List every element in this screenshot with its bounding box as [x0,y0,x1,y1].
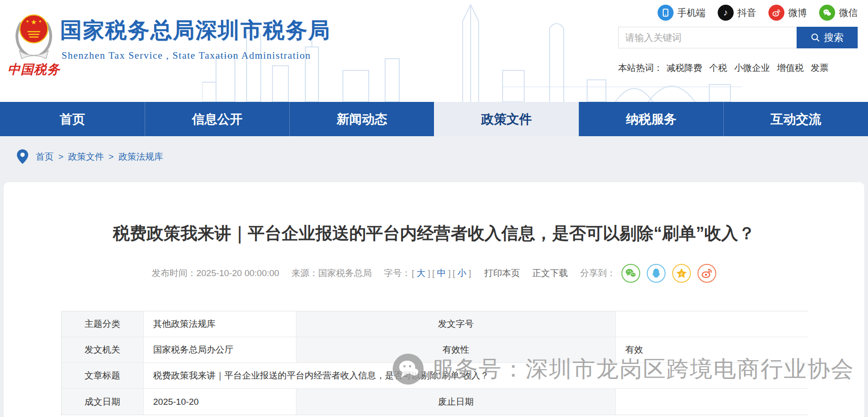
search-button[interactable]: 搜索 [797,27,858,48]
publish-time-value: 2025-10-20 00:00:00 [196,268,279,278]
bracket: [ [411,268,414,278]
bracket: ] [428,268,430,278]
share-icons: Z [621,264,716,283]
hot-word-link[interactable]: 发票 [811,62,829,74]
search-input[interactable] [618,27,797,48]
table-label-repeal-date: 废止日期 [296,389,616,415]
fontsize-medium-button[interactable]: 中 [437,267,446,279]
svg-text:Z: Z [681,272,683,276]
social-label: 手机端 [677,7,705,19]
nav-item-tax-services[interactable]: 纳税服务 [579,102,723,136]
table-label-written-date: 成文日期 [62,389,144,415]
weibo-link[interactable]: 微博 [768,5,807,21]
download-text-button[interactable]: 正文下载 [532,267,568,279]
svg-text:★: ★ [39,19,42,23]
table-value-repeal-date [616,389,808,415]
article-card: 税费政策我来讲｜平台企业报送的平台内经营者收入信息，是否可以剔除“刷单”收入？ … [4,182,864,417]
site-title: 国家税务总局深圳市税务局 [60,16,331,45]
table-label-document-number: 发文字号 [296,311,616,337]
share-wechat-icon[interactable] [621,264,640,283]
hot-word-link[interactable]: 减税降费 [666,62,702,74]
breadcrumb-bar: 首页 > 政策文件 > 政策法规库 [0,136,868,182]
table-label-topic-category: 主题分类 [62,311,144,337]
weibo-icon [768,5,784,21]
breadcrumb-policy-documents[interactable]: 政策文件 [68,151,104,163]
hot-words-label: 本站热词： [618,62,663,74]
site-search: 搜索 [618,27,858,48]
table-label-article-title: 文章标题 [62,363,144,389]
table-value-written-date: 2025-10-20 [144,389,296,415]
table-value-validity: 有效 [616,337,808,363]
nav-item-news[interactable]: 新闻动态 [289,102,434,136]
nav-item-home[interactable]: 首页 [0,102,145,136]
logo-caption: 中国税务 [5,61,63,78]
wechat-icon [819,5,835,21]
hot-word-link[interactable]: 小微企业 [734,62,770,74]
table-label-issuing-agency: 发文机关 [62,337,144,363]
fontsize-large-button[interactable]: 大 [417,267,426,279]
share-qq-icon[interactable] [647,264,666,283]
social-links-row: 手机端 ♪ 抖音 微博 微信 [658,5,858,21]
share-qzone-icon[interactable]: Z [672,264,691,283]
tax-emblem-logo: ★ ★ ★ [11,10,56,61]
main-nav: 首页 信息公开 新闻动态 政策文件 纳税服务 互动交流 [0,102,868,136]
source-label: 来源： [291,267,318,279]
article-title: 税费政策我来讲｜平台企业报送的平台内经营者收入信息，是否可以剔除“刷单”收入？ [46,223,822,244]
social-label: 微信 [839,7,858,19]
search-icon [811,33,820,42]
publish-time-label: 发布时间： [152,267,196,279]
social-label: 微博 [788,7,807,19]
source-value: 国家税务总局 [318,267,372,279]
nav-item-interaction[interactable]: 互动交流 [723,102,868,136]
bracket: [ [432,268,434,278]
site-subtitle: Shenzhen Tax Service , State Taxation Ad… [62,50,311,62]
bracket: [ [453,268,455,278]
breadcrumb-separator: > [108,152,114,162]
breadcrumb-separator: > [58,152,63,162]
article-meta-row: 发布时间： 2025-10-20 00:00:00 来源： 国家税务总局 字号：… [4,264,864,283]
bracket: ] [469,268,471,278]
svg-text:★: ★ [31,18,37,26]
table-value-document-number [616,311,808,337]
table-value-issuing-agency: 国家税务总局办公厅 [144,337,296,363]
douyin-icon: ♪ [718,5,734,21]
table-value-topic-category: 其他政策法规库 [144,311,296,337]
breadcrumb: 首页 > 政策文件 > 政策法规库 [17,149,163,164]
search-button-label: 搜索 [824,31,844,44]
hot-word-link[interactable]: 增值税 [777,62,804,74]
mobile-icon [658,5,674,21]
breadcrumb-home[interactable]: 首页 [36,151,54,163]
nav-item-info-disclosure[interactable]: 信息公开 [145,102,289,136]
bracket: ] [448,268,450,278]
svg-text:★: ★ [26,19,29,23]
hot-words-row: 本站热词： 减税降费 个税 小微企业 增值税 发票 [618,62,862,74]
nav-item-policy-documents[interactable]: 政策文件 [434,102,579,136]
douyin-link[interactable]: ♪ 抖音 [718,5,756,21]
mobile-site-link[interactable]: 手机端 [658,5,705,21]
hot-word-link[interactable]: 个税 [709,62,727,74]
fontsize-small-button[interactable]: 小 [457,267,466,279]
share-to-label: 分享到： [580,267,616,279]
article-info-table: 主题分类 其他政策法规库 发文字号 发文机关 国家税务总局办公厅 有效性 有效 … [61,311,808,415]
location-pin-icon [17,149,28,164]
table-label-validity: 有效性 [296,337,616,363]
print-page-button[interactable]: 打印本页 [484,267,520,279]
site-header: ★ ★ ★ 中国税务 国家税务总局深圳市税务局 Shenzhen Tax Ser… [0,0,868,102]
table-value-article-title: 税费政策我来讲｜平台企业报送的平台内经营者收入信息，是否可以剔除“刷单”收入？ [144,363,808,389]
fontsize-label: 字号： [384,267,411,279]
share-weibo-icon[interactable] [698,264,716,283]
social-label: 抖音 [737,7,756,19]
wechat-link[interactable]: 微信 [819,5,858,21]
breadcrumb-policy-law-library[interactable]: 政策法规库 [118,151,163,163]
